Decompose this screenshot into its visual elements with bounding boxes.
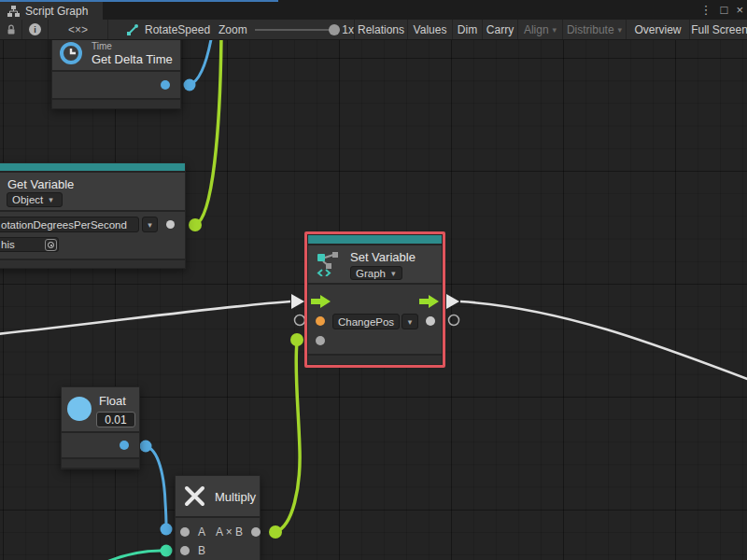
chevron-down-icon: ▾	[408, 317, 413, 327]
flow-arrowhead	[446, 294, 459, 309]
node-header[interactable]: Set Variable Graph ▾	[308, 245, 442, 283]
target-value: his	[1, 239, 15, 250]
multiply-icon	[182, 483, 207, 509]
variable-name-value: ChangePos	[338, 316, 394, 328]
relations-label: Relations	[358, 23, 404, 36]
scope-value: Graph	[356, 268, 386, 279]
chevron-down-icon: ▾	[391, 269, 396, 278]
clock-icon	[58, 40, 84, 66]
unconnected-port-ring[interactable]	[449, 315, 459, 326]
node-title: Get Delta Time	[92, 52, 173, 66]
node-header[interactable]: Time Get Delta Time	[52, 40, 180, 70]
port-a-label: A	[198, 525, 205, 539]
wire-endpoint-dot[interactable]	[290, 333, 303, 346]
tab-bar: Script Graph ⋮ □ ×	[0, 0, 747, 20]
input-port-a[interactable]	[180, 527, 190, 537]
carry-button[interactable]: Carry	[483, 20, 518, 39]
distribute-label: Distribute	[567, 23, 614, 36]
variable-name-input-port[interactable]	[316, 316, 325, 326]
tab-label: Script Graph	[25, 5, 88, 18]
unconnected-port-ring[interactable]	[295, 315, 305, 326]
zoom-slider-handle[interactable]	[329, 24, 340, 35]
full-screen-button[interactable]: Full Screen	[690, 20, 747, 39]
wire-delta-time[interactable]	[190, 40, 212, 85]
tab-script-graph[interactable]: Script Graph	[0, 2, 103, 20]
port-b-label: B	[198, 544, 205, 557]
variable-name-field[interactable]: otationDegreesPerSecond	[0, 217, 139, 232]
input-port-b[interactable]	[180, 546, 190, 555]
flow-arrowhead	[291, 294, 304, 309]
values-button[interactable]: Values	[408, 20, 453, 39]
variable-accent-bar	[0, 163, 185, 171]
scope-value: Object	[12, 194, 43, 205]
node-body	[62, 433, 139, 457]
window-menu-icon[interactable]: ⋮	[700, 3, 712, 17]
zoom-slider[interactable]	[255, 29, 339, 31]
wire-endpoint-dot[interactable]	[184, 79, 196, 91]
relations-button[interactable]: Relations	[355, 20, 408, 39]
chevron-down-icon: ▾	[618, 25, 623, 35]
graph-canvas[interactable]: Time Get Delta Time Get Variable Object …	[0, 40, 747, 560]
node-title: Float	[99, 394, 126, 408]
variable-name-dropdown-button[interactable]: ▾	[142, 217, 158, 232]
wire-flow-in[interactable]	[0, 301, 290, 334]
flow-output-arrow[interactable]	[419, 295, 439, 308]
variable-target-field[interactable]: his	[0, 237, 59, 252]
variable-scope-dropdown[interactable]: Graph ▾	[350, 266, 402, 280]
variable-scope-dropdown[interactable]: Object ▾	[7, 192, 63, 207]
value-output-port[interactable]	[120, 441, 129, 450]
window-close-icon[interactable]: ×	[736, 3, 743, 17]
chevron-down-icon: ▾	[553, 25, 557, 35]
unity-visual-scripting-window: Script Graph ⋮ □ × i <×> Rotate	[0, 0, 747, 560]
wire-endpoint-dot[interactable]	[161, 524, 173, 536]
flow-input-arrow[interactable]	[311, 295, 331, 308]
code-view-button[interactable]: <×>	[49, 20, 108, 39]
node-footer	[308, 356, 442, 364]
node-header[interactable]: Get Variable Object ▾	[0, 173, 185, 210]
align-label: Align	[524, 23, 549, 36]
wire-endpoint-dot[interactable]	[189, 218, 202, 231]
node-body: A A × B B	[176, 518, 260, 560]
dim-button[interactable]: Dim	[453, 20, 483, 39]
dim-label: Dim	[458, 23, 477, 36]
wire-multiply-result[interactable]	[275, 343, 300, 532]
graph-asset-icon	[126, 23, 139, 36]
variable-name-value: otationDegreesPerSecond	[1, 219, 127, 231]
value-output-port[interactable]	[426, 316, 435, 326]
variable-name-field[interactable]: ChangePos	[332, 314, 400, 329]
graph-name-label: RotateSpeed	[145, 23, 210, 36]
overview-button[interactable]: Overview	[627, 20, 690, 39]
result-output-port[interactable]	[251, 527, 261, 537]
wire-endpoint-dot[interactable]	[161, 545, 173, 557]
float-value-field[interactable]: 0.01	[96, 412, 135, 427]
variable-name-dropdown-button[interactable]: ▾	[402, 314, 418, 329]
lock-button[interactable]	[0, 20, 22, 39]
node-footer	[0, 260, 185, 268]
graph-breadcrumb[interactable]: RotateSpeed	[108, 20, 215, 39]
full-screen-label: Full Screen	[691, 23, 747, 36]
node-header[interactable]: Float 0.01	[62, 387, 139, 431]
code-view-icon: <×>	[68, 23, 88, 36]
info-button[interactable]: i	[22, 20, 49, 39]
object-picker-icon[interactable]	[45, 239, 57, 251]
window-maximize-icon[interactable]: □	[721, 3, 728, 17]
wire-flow-out[interactable]	[460, 301, 747, 380]
node-footer	[62, 459, 139, 468]
node-category: Time	[92, 41, 112, 51]
wire-float-value[interactable]	[146, 446, 166, 526]
node-body	[52, 72, 180, 98]
wire-get-variable[interactable]	[195, 40, 221, 225]
float-icon	[67, 397, 92, 421]
float-value: 0.01	[105, 413, 126, 427]
wire-endpoint-dot[interactable]	[140, 441, 152, 453]
value-output-port[interactable]	[161, 80, 170, 90]
node-header[interactable]: Multiply	[176, 476, 260, 516]
value-output-port[interactable]	[166, 220, 175, 229]
value-input-port[interactable]	[316, 336, 325, 345]
distribute-button[interactable]: Distribute ▾	[563, 20, 627, 39]
node-title: Get Variable	[7, 177, 74, 191]
align-button[interactable]: Align ▾	[518, 20, 563, 39]
wire-to-multiply-b[interactable]	[105, 551, 161, 560]
zoom-label: Zoom	[218, 23, 247, 36]
wire-endpoint-dot[interactable]	[269, 525, 282, 539]
